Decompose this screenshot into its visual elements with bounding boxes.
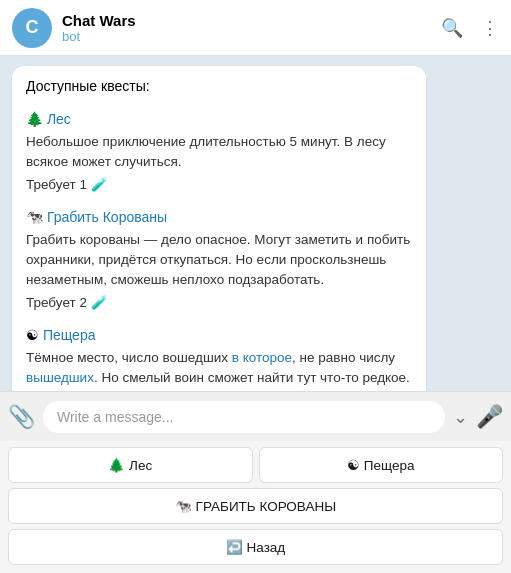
quest-korovan: 🐄 Грабить Корованы Грабить корованы — де… — [26, 207, 412, 313]
quick-replies: 🌲 Лес ☯ Пещера 🐄 ГРАБИТЬ КОРОВАНЫ ↩️ Наз… — [0, 441, 511, 573]
quest-korovan-req: Требует 2 🧪 — [26, 293, 412, 313]
quest-korovan-header: 🐄 Грабить Корованы — [26, 207, 412, 228]
chat-header: C Chat Wars bot 🔍 ⋮ — [0, 0, 511, 56]
chevron-down-icon[interactable]: ⌄ — [453, 406, 468, 428]
quest-cave-req: Требует 2 🧪 — [26, 390, 412, 391]
quick-reply-cave[interactable]: ☯ Пещера — [259, 447, 504, 483]
microphone-icon[interactable]: 🎤 — [476, 404, 503, 430]
attach-icon[interactable]: 📎 — [8, 404, 35, 430]
message-input[interactable]: Write a message... — [43, 401, 445, 433]
header-actions: 🔍 ⋮ — [441, 17, 499, 39]
quest-korovan-desc: Грабить корованы — дело опасное. Могут з… — [26, 230, 412, 291]
quest-cave-desc: Тёмное место, число вошедших в которое, … — [26, 348, 412, 389]
quick-replies-row-1: 🌲 Лес ☯ Пещера — [8, 447, 503, 483]
quest-les-desc: Небольшое приключение длительностью 5 ми… — [26, 132, 412, 173]
quick-replies-row-2: 🐄 ГРАБИТЬ КОРОВАНЫ — [8, 488, 503, 524]
quest-les-title: Лес — [47, 111, 71, 127]
search-icon[interactable]: 🔍 — [441, 17, 463, 39]
input-bar: 📎 Write a message... ⌄ 🎤 — [0, 391, 511, 441]
avatar: C — [12, 8, 52, 48]
quick-reply-korovan[interactable]: 🐄 ГРАБИТЬ КОРОВАНЫ — [8, 488, 503, 524]
chat-title: Chat Wars — [62, 12, 441, 29]
chat-area: Доступные квесты: 🌲 Лес Небольшое приклю… — [0, 56, 511, 391]
header-info: Chat Wars bot — [62, 12, 441, 44]
chat-subtitle: bot — [62, 29, 441, 44]
quest-les: 🌲 Лес Небольшое приключение длительность… — [26, 109, 412, 195]
quick-reply-les[interactable]: 🌲 Лес — [8, 447, 253, 483]
quest-cave: ☯ Пещера Тёмное место, число вошедших в … — [26, 325, 412, 391]
quest-korovan-title: Грабить Корованы — [47, 209, 167, 225]
quest-cave-title: Пещера — [43, 327, 96, 343]
quick-replies-row-3: ↩️ Назад — [8, 529, 503, 565]
menu-icon[interactable]: ⋮ — [481, 17, 499, 39]
quest-les-header: 🌲 Лес — [26, 109, 412, 130]
quests-intro: Доступные квесты: — [26, 76, 412, 97]
message-bubble: Доступные квесты: 🌲 Лес Небольшое приклю… — [12, 66, 426, 391]
quick-reply-back[interactable]: ↩️ Назад — [8, 529, 503, 565]
quest-cave-header: ☯ Пещера — [26, 325, 412, 346]
input-placeholder: Write a message... — [57, 409, 173, 425]
quest-les-req: Требует 1 🧪 — [26, 175, 412, 195]
